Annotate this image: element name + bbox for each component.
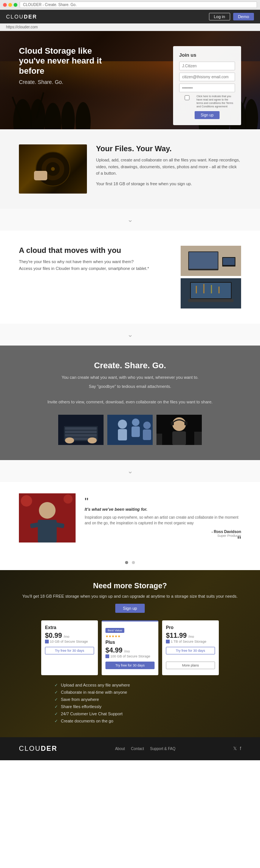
terms-checkbox[interactable]	[179, 95, 195, 100]
extra-price: $0.99	[45, 632, 62, 639]
svg-rect-53	[156, 434, 162, 445]
extra-title: Extra	[45, 625, 94, 630]
chevron-divider-3: ⌄	[0, 460, 260, 482]
svg-rect-30	[203, 284, 204, 293]
svg-point-56	[39, 502, 56, 519]
browser-chrome: CLOUDER - Create. Share. Go.	[0, 0, 260, 10]
site-footer: CLOUDER About Contact Support & FAQ 𝕏 f	[0, 737, 260, 760]
svg-point-60	[21, 495, 32, 507]
pro-title: Pro	[166, 625, 215, 630]
svg-point-42	[118, 420, 127, 429]
address-bar: https://clouder.com	[0, 23, 260, 31]
svg-rect-54	[194, 432, 202, 445]
name-input[interactable]	[179, 62, 235, 70]
devices-image-top	[181, 246, 241, 276]
facebook-icon[interactable]: f	[240, 746, 241, 751]
plus-period: /mo	[124, 649, 130, 653]
chevron-icon-1: ⌄	[127, 216, 133, 223]
feature-text-2: Collaborate in real-time with anyone	[61, 690, 127, 694]
feature-item-5: ✓ 24/7 Customer Live Chat Support	[54, 711, 206, 716]
files-paragraph1: Upload, add, create and collaborate on a…	[96, 157, 241, 177]
section-files-text: Your Files. Your Way. Upload, add, creat…	[96, 144, 241, 191]
create-image-3	[156, 415, 202, 445]
plus-stars: ★★★★★	[105, 634, 155, 638]
dot-2[interactable]	[132, 561, 135, 564]
create-image-1	[58, 415, 104, 445]
header-navigation: Log in Demo	[209, 13, 254, 20]
feature-item-3: ✓ Save from anywhere	[54, 697, 206, 702]
plus-badge: Best Value	[105, 628, 124, 633]
check-icon-5: ✓	[54, 711, 58, 716]
login-button[interactable]: Log in	[209, 13, 230, 20]
devices-image-bottom	[181, 278, 241, 308]
create-images	[19, 415, 241, 445]
footer-about[interactable]: About	[115, 747, 125, 751]
footer-contact[interactable]: Contact	[131, 747, 144, 751]
demo-button[interactable]: Demo	[233, 13, 254, 20]
testimonial-person-image	[19, 493, 76, 542]
svg-rect-51	[171, 422, 174, 425]
logo-text-light: CLOU	[6, 14, 24, 20]
signup-form: Join us Click here to indicate that you …	[173, 46, 241, 125]
testimonial-content: " It's what we've been waiting for. Insp…	[85, 493, 241, 543]
svg-rect-24	[223, 258, 235, 265]
testimonial-quote: Inspiration pops up everywhere, so when …	[85, 515, 241, 526]
dot-1[interactable]	[125, 561, 128, 564]
create-heading: Create. Share. Go.	[19, 361, 241, 370]
pro-storage-icon	[166, 640, 170, 643]
plus-storage: 100 GB of Secure Storage	[105, 654, 155, 658]
password-input[interactable]	[179, 84, 235, 92]
extra-period: /mo	[64, 635, 70, 639]
footer-logo-bold: DER	[41, 745, 57, 752]
site-header: CLOUDER Log in Demo	[0, 10, 260, 23]
footer-navigation: About Contact Support & FAQ	[115, 747, 175, 751]
plus-title: Plus	[105, 640, 155, 645]
section-testimonial: " It's what we've been waiting for. Insp…	[0, 482, 260, 554]
quote-close: "	[85, 538, 241, 543]
chevron-divider-2: ⌄	[0, 324, 260, 346]
vinyl-image	[19, 144, 87, 194]
footer-support[interactable]: Support & FAQ	[150, 747, 175, 751]
files-paragraph2: Your first 18 GB of storage is free when…	[96, 181, 241, 188]
svg-rect-50	[172, 431, 186, 445]
email-input[interactable]	[179, 73, 235, 81]
pricing-card-extra: Extra $0.99 /mo 10 GB of Secure Storage …	[41, 620, 98, 675]
extra-storage: 10 GB of Secure Storage	[45, 640, 94, 643]
feature-text-6: Create documents on the go	[61, 719, 113, 723]
feature-text-4: Share files effortlessly	[61, 704, 101, 709]
create-paragraph3: Invite others to view, comment, download…	[19, 399, 241, 406]
extra-try-button[interactable]: Try free for 30 days	[45, 647, 94, 654]
section-create: Create. Share. Go. You can create what y…	[0, 346, 260, 460]
footer-logo-light: CLOU	[19, 745, 41, 752]
hero-text-block: Cloud Storage like you've never heard it…	[19, 46, 102, 85]
pricing-cards: Extra $0.99 /mo 10 GB of Secure Storage …	[19, 620, 241, 675]
create-paragraph1: You can create what you want, with who y…	[19, 374, 241, 381]
logo-text-bold: DER	[24, 14, 37, 20]
check-icon-2: ✓	[54, 690, 58, 695]
testimonial-tagline: It's what we've been waiting for.	[85, 507, 241, 512]
footer-logo: CLOUDER	[19, 745, 57, 753]
pricing-card-pro: Pro $11.99 /mo 1 TB of Secure Storage Tr…	[162, 620, 219, 675]
pro-price-block: $11.99 /mo	[166, 632, 215, 640]
files-heading: Your Files. Your Way.	[96, 144, 241, 153]
storage-signup-button[interactable]: Sign up	[115, 604, 144, 613]
storage-subtext: You'll get 18 GB FREE storage when you s…	[19, 594, 241, 598]
signup-button[interactable]: Sign up	[195, 111, 220, 119]
pro-more-button[interactable]: More plans	[166, 662, 215, 669]
svg-rect-22	[189, 252, 218, 269]
plus-try-button[interactable]: Try free for 30 days	[105, 662, 155, 669]
twitter-icon[interactable]: 𝕏	[233, 746, 237, 751]
carousel-indicators	[0, 554, 260, 570]
section-storage: Need more Storage? You'll get 18 GB FREE…	[0, 570, 260, 737]
feature-text-1: Upload and Access any file anywhere	[61, 683, 130, 687]
header-logo: CLOUDER	[6, 14, 37, 20]
svg-rect-28	[188, 299, 234, 302]
pro-period: /mo	[189, 635, 194, 639]
section-cloud: A cloud that moves with you They're your…	[0, 231, 260, 324]
hero-subheading: Create. Share. Go.	[19, 79, 102, 85]
svg-rect-19	[34, 171, 47, 180]
check-icon-3: ✓	[54, 697, 58, 702]
cloud-paragraph: They're your files so why not have them …	[19, 259, 172, 272]
pro-try-button[interactable]: Try free for 30 days	[166, 647, 215, 654]
pro-price: $11.99	[166, 632, 187, 639]
